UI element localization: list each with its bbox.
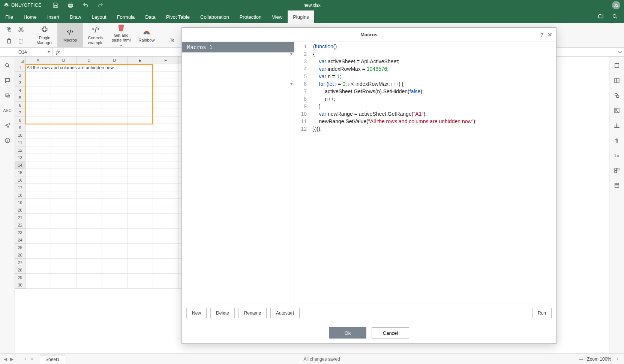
cell[interactable] bbox=[128, 124, 153, 131]
cell[interactable] bbox=[153, 87, 178, 94]
comments-icon[interactable] bbox=[4, 77, 11, 84]
cell[interactable] bbox=[26, 169, 51, 176]
chat-icon[interactable] bbox=[4, 92, 11, 99]
cell[interactable] bbox=[76, 87, 102, 94]
cell[interactable] bbox=[76, 266, 102, 274]
menu-tab-file[interactable]: File bbox=[0, 10, 18, 23]
cell[interactable] bbox=[153, 109, 178, 116]
cell[interactable] bbox=[153, 281, 178, 289]
cell[interactable] bbox=[102, 244, 128, 251]
cell[interactable] bbox=[76, 251, 102, 259]
col-header[interactable]: D bbox=[102, 57, 128, 64]
cell[interactable] bbox=[26, 94, 51, 101]
cell[interactable] bbox=[51, 116, 76, 124]
cell[interactable] bbox=[76, 154, 102, 161]
prev-sheet-icon[interactable]: ◀ bbox=[4, 357, 7, 362]
cell[interactable] bbox=[26, 79, 51, 87]
zoom-out-icon[interactable]: — bbox=[579, 357, 583, 362]
cell[interactable] bbox=[128, 146, 153, 154]
cell[interactable] bbox=[51, 274, 76, 281]
cell[interactable] bbox=[128, 131, 153, 139]
next-sheet-icon[interactable]: ▶ bbox=[10, 357, 14, 362]
autostart-button[interactable]: Autostart bbox=[270, 308, 300, 318]
cell[interactable] bbox=[153, 184, 178, 191]
macro-list-item[interactable]: Macros 1 bbox=[182, 42, 294, 52]
cell[interactable] bbox=[102, 266, 128, 274]
cell[interactable] bbox=[128, 274, 153, 281]
row-header[interactable]: 22 bbox=[15, 221, 26, 229]
col-header[interactable]: E bbox=[128, 57, 153, 64]
cell[interactable] bbox=[76, 244, 102, 251]
cell[interactable] bbox=[26, 109, 51, 116]
expand-formula-bar-icon[interactable] bbox=[616, 48, 624, 56]
cell[interactable] bbox=[26, 281, 51, 289]
cell[interactable] bbox=[128, 191, 153, 199]
col-header[interactable]: A bbox=[26, 57, 51, 64]
menu-tab-collaboration[interactable]: Collaboration bbox=[195, 10, 234, 23]
row-header[interactable]: 26 bbox=[15, 251, 26, 259]
menu-tab-data[interactable]: Data bbox=[140, 10, 160, 23]
cell[interactable] bbox=[102, 94, 128, 101]
cell[interactable] bbox=[102, 251, 128, 259]
cell[interactable] bbox=[76, 191, 102, 199]
cell[interactable] bbox=[51, 176, 76, 184]
sheet-list-icon[interactable]: ≡ bbox=[31, 357, 33, 362]
cell[interactable] bbox=[128, 184, 153, 191]
cell[interactable] bbox=[51, 221, 76, 229]
cell[interactable] bbox=[26, 214, 51, 221]
cell[interactable] bbox=[76, 72, 102, 79]
row-header[interactable]: 14 bbox=[15, 161, 26, 169]
add-sheet-icon[interactable]: ＋ bbox=[23, 356, 28, 362]
row-header[interactable]: 23 bbox=[15, 229, 26, 236]
cell[interactable] bbox=[26, 229, 51, 236]
cell[interactable] bbox=[128, 214, 153, 221]
cell[interactable] bbox=[102, 191, 128, 199]
cell[interactable] bbox=[153, 266, 178, 274]
cell[interactable] bbox=[51, 146, 76, 154]
cell[interactable] bbox=[102, 281, 128, 289]
cell[interactable] bbox=[51, 259, 76, 266]
cell[interactable] bbox=[76, 146, 102, 154]
row-header[interactable]: 15 bbox=[15, 169, 26, 176]
cell[interactable] bbox=[26, 244, 51, 251]
cell[interactable] bbox=[26, 274, 51, 281]
cell[interactable] bbox=[76, 176, 102, 184]
cancel-button[interactable]: Cancel bbox=[372, 327, 409, 339]
cell[interactable] bbox=[51, 87, 76, 94]
slicer-settings-icon[interactable] bbox=[613, 182, 621, 189]
cell[interactable] bbox=[51, 184, 76, 191]
run-button[interactable]: Run bbox=[532, 308, 552, 318]
cell[interactable] bbox=[51, 229, 76, 236]
cell[interactable] bbox=[51, 72, 76, 79]
row-header[interactable]: 11 bbox=[15, 139, 26, 146]
cell[interactable] bbox=[76, 274, 102, 281]
cell[interactable] bbox=[128, 101, 153, 109]
cell[interactable] bbox=[128, 154, 153, 161]
cell[interactable] bbox=[128, 229, 153, 236]
cell[interactable] bbox=[128, 64, 153, 72]
cell[interactable] bbox=[51, 214, 76, 221]
cell[interactable] bbox=[26, 161, 51, 169]
cell[interactable] bbox=[51, 124, 76, 131]
dialog-header[interactable]: Macros ? ✕ bbox=[182, 28, 556, 42]
cell[interactable] bbox=[26, 266, 51, 274]
row-header[interactable]: 24 bbox=[15, 236, 26, 244]
cell[interactable] bbox=[102, 72, 128, 79]
cell[interactable] bbox=[76, 236, 102, 244]
cell[interactable] bbox=[51, 139, 76, 146]
cell[interactable] bbox=[153, 169, 178, 176]
cell[interactable] bbox=[102, 154, 128, 161]
sheet-tab[interactable]: Sheet1 bbox=[40, 355, 65, 364]
row-header[interactable]: 2 bbox=[15, 72, 26, 79]
cell[interactable] bbox=[102, 259, 128, 266]
ribbon-rainbow[interactable]: Rainbow bbox=[134, 23, 159, 47]
cell[interactable] bbox=[102, 131, 128, 139]
cell[interactable] bbox=[102, 236, 128, 244]
cell[interactable] bbox=[76, 214, 102, 221]
cell[interactable] bbox=[76, 101, 102, 109]
cell[interactable] bbox=[102, 87, 128, 94]
cell[interactable] bbox=[102, 79, 128, 87]
cell[interactable] bbox=[153, 146, 178, 154]
cell[interactable] bbox=[153, 251, 178, 259]
code-editor[interactable]: 123456789101112 (function(){ var activeS… bbox=[294, 42, 556, 303]
